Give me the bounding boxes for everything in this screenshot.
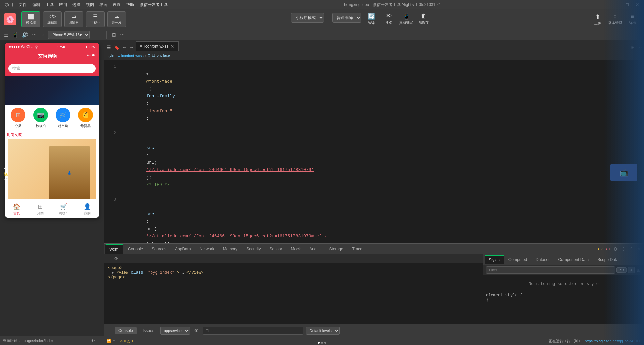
console-tab-console[interactable]: Console <box>115 327 137 334</box>
cloud-button[interactable]: ☁ 云开发 <box>107 11 126 27</box>
debugger-button[interactable]: ⇄ 调试器 <box>64 11 83 27</box>
devtools-tab-sensor[interactable]: Sensor <box>265 244 286 254</box>
code-editor[interactable]: 1 ▼ @font-face { font-family : "iconfont… <box>104 60 644 243</box>
phone-nav-cart[interactable]: 🛒 购物车 <box>52 203 75 216</box>
compile-select[interactable]: 普通编译 <box>332 13 361 23</box>
devtools-tab-security[interactable]: Security <box>242 244 265 254</box>
menu-item-interface[interactable]: 界面 <box>97 0 110 9</box>
simulator-button[interactable]: ⬜ 模拟器 <box>21 11 40 27</box>
editor-button[interactable]: </> 编辑器 <box>43 11 62 27</box>
seckill-icon: 📷 <box>33 108 48 122</box>
devtools-tab-wxml[interactable]: Wxml <box>105 244 123 254</box>
menu-item-wechat[interactable]: 微信开发者工具 <box>137 0 170 9</box>
menu-item-select[interactable]: 选择 <box>70 0 83 9</box>
editor-tab-iconfont[interactable]: ≡ iconfont.wxss ✕ <box>136 41 179 51</box>
search-placeholder: 搜索 <box>12 66 20 71</box>
menu-item-tools[interactable]: 工具 <box>43 0 56 9</box>
phone-time: 17:46 <box>57 45 66 49</box>
mode-select[interactable]: 小程序模式 <box>291 13 324 23</box>
phone-nav-category[interactable]: ⊞ 分类 <box>29 203 52 216</box>
upload-button[interactable]: ⬆ 上传 <box>590 13 605 26</box>
promo-title: 时尚女装 <box>7 132 22 137</box>
real-debug-button[interactable]: 📱 真机调试 <box>399 13 414 26</box>
inspect-icon[interactable]: ⬚ <box>107 255 112 262</box>
bookmark-icon[interactable]: 🔖 <box>112 44 121 51</box>
devtools-tab-audits[interactable]: Audits <box>305 244 324 254</box>
translate-button[interactable]: 🔄 编译 <box>364 13 379 26</box>
phone-nav-bar: 艾尚购物 ••• ⏺ <box>5 51 99 62</box>
phone-icon-seckill[interactable]: 📷 秒杀拍 <box>30 108 51 128</box>
devtools-tab-trace[interactable]: Trace <box>348 244 366 254</box>
device-select[interactable]: iPhone 5 85% 16▾ <box>48 31 90 39</box>
devtools-tab-network[interactable]: Network <box>196 244 218 254</box>
phone-icon-classify[interactable]: ⊞ 分类 <box>8 108 29 128</box>
phone-nav-title: 艾尚购物 <box>38 53 57 59</box>
xml-page-open: <page> <box>108 266 480 270</box>
breadcrumb-style[interactable]: style <box>107 54 114 58</box>
phone-search-input[interactable]: 搜索 <box>8 64 96 73</box>
devtools-tab-appdata[interactable]: AppData <box>171 244 195 254</box>
upload-icon: ⬆ <box>595 13 600 20</box>
console-bar: ⬚ Console Issues appservice 👁 Default le… <box>104 324 644 337</box>
phone-icon-supermarket[interactable]: 🛒 超市购 <box>53 108 74 128</box>
refresh-icon[interactable]: ⟳ <box>114 255 119 262</box>
styles-tab-computed[interactable]: Computed <box>504 255 531 264</box>
more-icon[interactable]: ⋯ <box>97 338 101 343</box>
baby-label: 母婴品 <box>80 124 91 128</box>
layout-icon[interactable]: ⊞ <box>111 31 117 38</box>
supermarket-label: 超市购 <box>58 124 68 128</box>
device-rotate-icon[interactable]: 🔊 <box>21 31 29 38</box>
breadcrumb-selector[interactable]: ⚙ @font-face <box>147 53 170 58</box>
service-select[interactable]: appservice <box>160 327 190 335</box>
menu-item-project[interactable]: 项目 <box>3 0 16 9</box>
device-toggle-icon[interactable]: ☰ <box>3 31 10 38</box>
menu-item-view[interactable]: 视图 <box>83 0 97 9</box>
breadcrumb-file[interactable]: ≡ iconfont.wxss <box>118 54 144 58</box>
console-filter-input[interactable] <box>203 327 303 335</box>
devtools-tab-memory[interactable]: Memory <box>219 244 241 254</box>
more-options-icon[interactable]: ⋯ <box>119 31 126 38</box>
menu-item-file[interactable]: 文件 <box>16 0 30 9</box>
styles-tab-component[interactable]: Component Data <box>554 255 593 264</box>
devtools-tab-mock[interactable]: Mock <box>287 244 305 254</box>
styles-tab-styles[interactable]: Styles <box>485 255 504 264</box>
back-icon[interactable]: ← <box>121 44 128 51</box>
menu-item-settings[interactable]: 设置 <box>110 0 123 9</box>
log-level-select[interactable]: Default levels <box>306 327 340 335</box>
clear-cache-button[interactable]: 🗑 清缓存 <box>416 13 431 26</box>
phone-nav-home[interactable]: 🏠 首页 <box>5 203 29 216</box>
phone-nav-profile[interactable]: 👤 我的 <box>75 203 99 216</box>
wxml-content[interactable]: <page> ▶ <view class= "pyg_index" > … </… <box>104 263 483 324</box>
home-label: 首页 <box>13 211 20 216</box>
cloud-icon: ☁ <box>114 13 119 20</box>
console-inspect-icon[interactable]: ⬚ <box>107 327 112 334</box>
toolbar-middle: 小程序模式 普通编译 🔄 编译 👁 预览 📱 真机调试 🗑 清缓存 <box>135 13 588 26</box>
console-tab-issues[interactable]: Issues <box>139 327 158 334</box>
phone-promo-banner: 👗 <box>8 139 96 199</box>
menu-item-goto[interactable]: 转到 <box>56 0 70 9</box>
devtools-tab-sources[interactable]: Sources <box>148 244 170 254</box>
menu-item-help[interactable]: 帮助 <box>123 0 137 9</box>
styles-filter-input[interactable] <box>486 266 615 274</box>
preview-button[interactable]: 👁 预览 <box>381 13 396 26</box>
visual-button[interactable]: ☰ 可视化 <box>86 11 105 27</box>
app-logo: 🌸 <box>4 13 16 25</box>
devtools-tab-storage[interactable]: Storage <box>325 244 347 254</box>
warning-badge: ▲ 3 <box>597 247 603 251</box>
styles-tab-dataset[interactable]: Dataset <box>532 255 553 264</box>
phone-icon-baby[interactable]: 👶 母婴品 <box>75 108 96 128</box>
forward-icon[interactable]: → <box>128 44 136 51</box>
menu-item-edit[interactable]: 编辑 <box>30 0 43 9</box>
line-num-3: 3 <box>107 196 120 203</box>
eye-toggle-icon[interactable]: 👁 <box>193 327 200 334</box>
sidebar-toggle-icon[interactable]: ☰ <box>105 44 112 51</box>
device-phone-icon[interactable]: 📱 <box>11 31 19 38</box>
device-forward-icon[interactable]: → <box>39 31 47 38</box>
device-controls: ☰ 📱 🔊 ⋯ → iPhone 5 85% 16▾ <box>3 31 107 39</box>
eye-icon[interactable]: 👁 <box>91 339 95 343</box>
xml-page-close: </page> <box>108 275 480 280</box>
device-more-icon[interactable]: ⋯ <box>31 31 38 38</box>
devtools-tab-console[interactable]: Console <box>124 244 147 254</box>
phone-nav-more[interactable]: ••• ⏺ <box>87 53 95 57</box>
tab-close-button[interactable]: ✕ <box>170 44 174 49</box>
